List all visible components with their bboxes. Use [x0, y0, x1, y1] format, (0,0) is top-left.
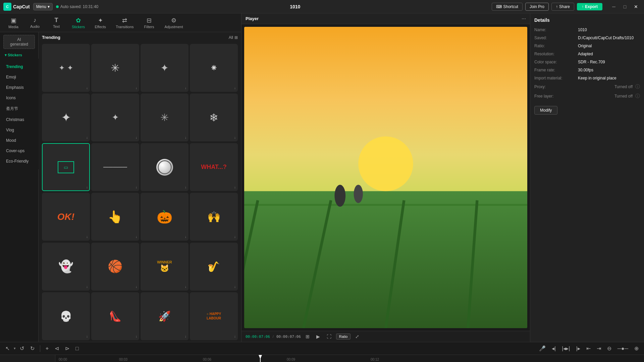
sticker-item[interactable]: ✦ ↓	[42, 94, 90, 141]
cat-emphasis[interactable]: Emphasis	[1, 82, 37, 93]
cat-mood[interactable]: Mood	[1, 135, 37, 145]
freelayer-value: Turned off	[614, 94, 633, 99]
cat-coverups[interactable]: Cover-ups	[1, 146, 37, 156]
ratio-button[interactable]: Ratio	[336, 334, 351, 340]
sticker-globe[interactable]: ↓	[141, 143, 189, 191]
sticker-pumpkin[interactable]: 🎃 ↓	[141, 193, 189, 241]
svg-point-2	[358, 136, 413, 191]
align-left-button[interactable]: ⊲	[53, 344, 61, 353]
sticker-item[interactable]: ───── ↓	[91, 143, 139, 191]
redo-button[interactable]: ↻	[28, 344, 37, 353]
fullscreen-button[interactable]: ⤢	[353, 333, 361, 340]
proxy-info-icon[interactable]: ⓘ	[635, 84, 640, 90]
ai-generated-button[interactable]: AI generated	[3, 35, 35, 49]
select-tool-arrow[interactable]: ▾	[14, 346, 16, 351]
sticker-item[interactable]: ✦ ✦ ↓	[42, 44, 90, 92]
out-button[interactable]: ⇥	[595, 344, 603, 353]
player-header: Player ⋯	[241, 13, 530, 24]
tab-effects[interactable]: ✦ Effects	[90, 15, 110, 31]
zoom-slider-button[interactable]: ─●─	[615, 345, 630, 353]
undo-button[interactable]: ↺	[18, 344, 26, 353]
joinpro-button[interactable]: Join Pro	[525, 3, 549, 11]
cat-christmas[interactable]: Christmas	[1, 115, 37, 125]
player-menu-icon[interactable]: ⋯	[522, 16, 526, 21]
sticker-skull[interactable]: 💀 ↓	[42, 292, 90, 340]
grid-view-button[interactable]: ⊞	[304, 333, 312, 340]
sticker-item[interactable]: ✳ ↓	[91, 44, 139, 92]
align-right-button[interactable]: ⊳	[63, 344, 71, 353]
freelayer-info-icon[interactable]: ⓘ	[635, 93, 640, 99]
sticker-item[interactable]: ⁕ ↓	[190, 44, 238, 92]
sticker-what[interactable]: WHAT...? ↓	[190, 143, 238, 191]
download-icon: ↓	[86, 335, 88, 338]
minimize-button[interactable]: ─	[609, 2, 619, 11]
tab-audio[interactable]: ♪ Audio	[25, 15, 45, 31]
tab-transitions[interactable]: ⇄ Transitions	[112, 15, 138, 31]
sticker-sax[interactable]: 🎷 ↓	[190, 243, 238, 291]
sticker-basketball[interactable]: 🏀 ↓	[91, 243, 139, 291]
zoom-fit-button[interactable]: ⊕	[632, 344, 641, 353]
cat-cny[interactable]: 斋月节	[1, 103, 37, 114]
sticker-labour[interactable]: ○ HAPPYLABOUR ↓	[190, 292, 238, 340]
maximize-button[interactable]: □	[620, 2, 630, 11]
cat-trending[interactable]: Trending	[1, 62, 37, 72]
shortcut-button[interactable]: ⌨ Shortcut	[492, 3, 523, 11]
split-button[interactable]: ⌖	[44, 345, 51, 353]
share-button[interactable]: ↑ Share	[551, 3, 574, 11]
cat-icons[interactable]: Icons	[1, 93, 37, 103]
detail-colorspace: SDR - Rec.709	[578, 60, 640, 64]
detail-import: Keep in original place	[578, 76, 640, 80]
tab-filters[interactable]: ⊟ Filters	[139, 15, 159, 31]
download-icon: ↓	[185, 235, 186, 239]
play-button[interactable]: ▶	[314, 333, 322, 340]
menu-button[interactable]: Menu ▾	[33, 3, 53, 10]
main-area: ▣ Media ♪ Audio T Text ✿ Stickers ✦ Effe…	[0, 13, 644, 342]
sticker-item[interactable]: ❄ ↓	[190, 94, 238, 141]
sticker-item[interactable]: ✦ ↓	[91, 94, 139, 141]
tab-text[interactable]: T Text	[46, 15, 66, 31]
cat-emoji[interactable]: Emoji	[1, 72, 37, 82]
tab-stickers[interactable]: ✿ Stickers	[68, 15, 89, 31]
cat-eco[interactable]: Eco-Friendly	[1, 156, 37, 166]
tab-bar: ▣ Media ♪ Audio T Text ✿ Stickers ✦ Effe…	[0, 13, 241, 32]
export-button[interactable]: ↑ Export	[577, 3, 602, 10]
sticker-hands[interactable]: 🙌 ↓	[190, 193, 238, 241]
sticker-item[interactable]: ✦ ↓	[141, 44, 189, 92]
tab-adjustment[interactable]: ⚙ Adjustment	[161, 15, 187, 31]
detail-ratio: Original	[578, 44, 640, 48]
sticker-rocket[interactable]: 🚀 ↓	[141, 292, 189, 340]
track-controls: 🔒 👁 🔊 ✎	[0, 355, 55, 362]
sticker-selected[interactable]: ▭ ↓	[42, 143, 90, 191]
mic-button[interactable]: 🎤	[537, 344, 548, 353]
autosave-indicator: Auto saved: 10:31:40	[56, 4, 98, 9]
clip-left-button[interactable]: ◂|	[550, 344, 558, 353]
ruler-spacer	[0, 355, 55, 362]
sticker-ok[interactable]: OK! ↓	[42, 193, 90, 241]
download-icon: ↓	[136, 136, 137, 139]
cat-vlog[interactable]: Vlog	[1, 125, 37, 135]
tab-media[interactable]: ▣ Media	[3, 15, 23, 31]
download-icon: ↓	[185, 185, 186, 189]
all-filter-button[interactable]: All ⊞	[229, 35, 238, 40]
sticker-heels[interactable]: 👠 ↓	[91, 292, 139, 340]
download-icon: ↓	[136, 335, 137, 338]
detail-saved: D:/Capcutt/CapCut Drafts/1010	[578, 36, 640, 40]
crop-button[interactable]: □	[73, 345, 81, 353]
zoom-out-button[interactable]: ⊖	[605, 344, 613, 353]
sticker-point[interactable]: 👆 ↓	[91, 193, 139, 241]
clip-split-button[interactable]: |◂▸|	[560, 344, 572, 353]
sticker-ghost[interactable]: 👻 ↓	[42, 243, 90, 291]
fullscreen-expand-button[interactable]: ⛶	[325, 333, 333, 340]
clip-right-button[interactable]: |▸	[574, 344, 582, 353]
download-icon: ↓	[234, 285, 236, 289]
in-button[interactable]: ⇤	[584, 344, 593, 353]
close-button[interactable]: ✕	[631, 2, 641, 11]
download-icon: ↓	[185, 136, 186, 139]
modify-button[interactable]: Modify	[534, 106, 557, 115]
select-tool-button[interactable]: ↖	[3, 344, 12, 353]
app-logo: C CapCut	[3, 3, 30, 11]
sticker-item[interactable]: ✳ ↓	[141, 94, 189, 141]
download-icon: ↓	[86, 86, 88, 90]
sticker-winner[interactable]: WINNER 🐱 ↓	[141, 243, 189, 291]
player-title: Player	[246, 16, 259, 21]
